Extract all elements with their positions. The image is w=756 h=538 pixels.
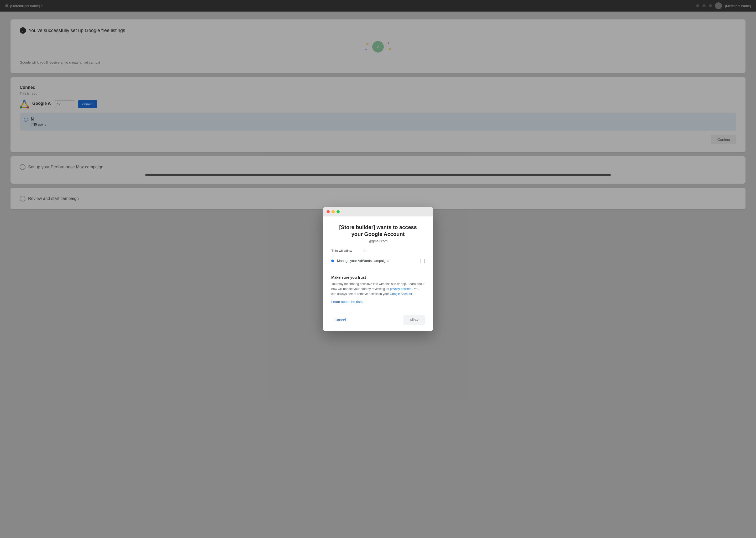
traffic-light-close[interactable]: [327, 210, 330, 213]
modal-titlebar: [323, 207, 433, 216]
permission-dot-icon: [331, 259, 334, 262]
trust-title: Make sure you trust: [331, 275, 425, 280]
trust-body: You may be sharing sensitive info with t…: [331, 282, 425, 297]
learn-risks-link[interactable]: Learn about the risks: [331, 300, 425, 304]
permission-header: This will allow to:: [331, 249, 425, 253]
allow-button[interactable]: Allow: [403, 315, 425, 325]
privacy-policies-link[interactable]: privacy policies: [390, 287, 411, 291]
modal-body: [Store builder] wants to access your Goo…: [323, 216, 433, 310]
cancel-button[interactable]: Cancel: [331, 316, 349, 324]
modal-email: @gmail.com: [331, 239, 425, 243]
traffic-light-minimize[interactable]: [332, 210, 335, 213]
modal-overlay: [Store builder] wants to access your Goo…: [0, 0, 756, 538]
trust-section: Make sure you trust You may be sharing s…: [331, 271, 425, 304]
permission-checkbox[interactable]: [420, 259, 425, 263]
permission-text: Manage your AdWords campaigns: [337, 259, 417, 263]
google-account-link[interactable]: Google Account: [390, 292, 412, 296]
modal-heading: [Store builder] wants to access your Goo…: [331, 224, 425, 238]
oauth-modal: [Store builder] wants to access your Goo…: [323, 207, 433, 331]
modal-footer: Cancel Allow: [323, 310, 433, 331]
traffic-light-maximize[interactable]: [337, 210, 340, 213]
permission-item: Manage your AdWords campaigns: [331, 256, 425, 266]
